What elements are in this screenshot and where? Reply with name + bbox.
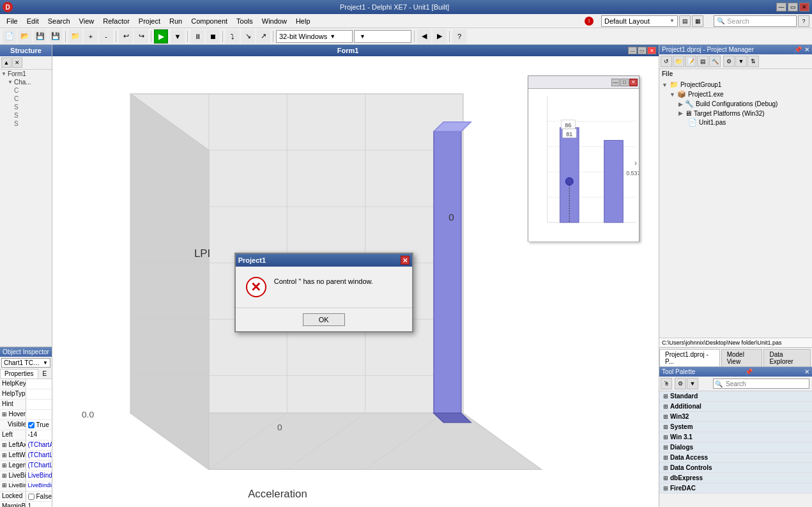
step-out-btn[interactable]: ↗ bbox=[256, 29, 270, 43]
tree-item-s3[interactable]: S bbox=[0, 120, 52, 128]
config-dropdown[interactable]: ▼ bbox=[354, 30, 411, 43]
tp-section-datacontrols-header[interactable]: Data Controls bbox=[659, 463, 812, 472]
help-btn[interactable]: ? bbox=[798, 15, 809, 27]
tp-section-firedac-header[interactable]: FireDAC bbox=[659, 483, 812, 493]
stop-btn[interactable]: ⏹ bbox=[206, 29, 220, 43]
tree-item-chart[interactable]: ▼ Cha... bbox=[0, 78, 52, 86]
remove-btn[interactable]: - bbox=[99, 29, 113, 43]
layout-btn1[interactable]: ▤ bbox=[679, 15, 691, 27]
pm-item-projectgroup[interactable]: ▼ 📁 ProjectGroup1 bbox=[661, 80, 811, 90]
pm-tab-model[interactable]: Model View bbox=[721, 349, 763, 366]
step-over-btn[interactable]: ⤵ bbox=[226, 29, 240, 43]
help2-btn[interactable]: ? bbox=[452, 29, 466, 43]
pause-btn[interactable]: ⏸ bbox=[190, 29, 204, 43]
tp-dropdown-btn[interactable]: ▼ bbox=[687, 378, 698, 389]
tree-item-s2[interactable]: S bbox=[0, 111, 52, 120]
pm-tab-data[interactable]: Data Explorer bbox=[763, 349, 811, 366]
toolbar2: 📄 📂 💾 💾 📁 + - ↩ ↪ ▶ ▼ ⏸ ⏹ ⤵ ↘ ↗ 32-bit W… bbox=[0, 28, 812, 45]
menu-help[interactable]: Help bbox=[292, 16, 314, 26]
forward-btn[interactable]: ▶ bbox=[433, 29, 447, 43]
pm-btn7[interactable]: ▼ bbox=[735, 56, 747, 67]
tool-palette: Tool Palette 📌 ✕ 🖱 ⚙ ▼ 🔍 Standard bbox=[659, 366, 812, 507]
menu-file[interactable]: File bbox=[3, 16, 22, 26]
menu-edit[interactable]: Edit bbox=[23, 16, 43, 26]
layout-btn2[interactable]: ▦ bbox=[692, 15, 703, 27]
tp-icon-btn2[interactable]: ⚙ bbox=[675, 378, 686, 389]
tp-section-dialogs-header[interactable]: Dialogs bbox=[659, 442, 812, 452]
tp-section-win32-header[interactable]: Win32 bbox=[659, 412, 812, 421]
tp-icon-btn1[interactable]: 🖱 bbox=[661, 378, 672, 389]
tp-section-system-header[interactable]: System bbox=[659, 422, 812, 432]
struct-btn1[interactable]: ▲ bbox=[1, 58, 11, 68]
tp-section-win31-header[interactable]: Win 3.1 bbox=[659, 432, 812, 442]
pm-btn1[interactable]: ↺ bbox=[661, 56, 672, 67]
pm-item-project1[interactable]: ▼ 📦 Project1.exe bbox=[661, 90, 811, 99]
redo-btn[interactable]: ↪ bbox=[134, 29, 148, 43]
tp-section-win32: Win32 bbox=[659, 412, 812, 422]
pm-btn6[interactable]: ⚙ bbox=[723, 56, 735, 67]
tp-close-btn[interactable]: ✕ bbox=[804, 368, 809, 375]
pm-item-buildconfig[interactable]: ▶ 🔧 Build Configurations (Debug) bbox=[661, 99, 811, 109]
menu-view[interactable]: View bbox=[75, 16, 98, 26]
tp-section-standard-header[interactable]: Standard bbox=[659, 391, 812, 401]
menu-refactor[interactable]: Refactor bbox=[99, 16, 134, 26]
main-search-box[interactable]: 🔍 Search bbox=[714, 15, 797, 27]
tp-search-icon: 🔍 bbox=[714, 380, 724, 387]
tp-section-dbexpress-header[interactable]: dbExpress bbox=[659, 473, 812, 483]
dialog-close-btn[interactable]: ✕ bbox=[401, 256, 410, 265]
pm-item-targetplatforms[interactable]: ▶ 🖥 Target Platforms (Win32) bbox=[661, 109, 811, 118]
obj-combo[interactable]: Chart1 TChar... ▼ bbox=[1, 358, 50, 368]
layout-dropdown[interactable]: Default Layout ▼ bbox=[601, 15, 678, 27]
open-btn[interactable]: 📂 bbox=[18, 29, 32, 43]
pm-btn4[interactable]: ▤ bbox=[697, 56, 709, 67]
tool-palette-search-input[interactable] bbox=[724, 379, 809, 388]
menu-search[interactable]: Search bbox=[44, 16, 74, 26]
pm-item-unit1[interactable]: 📄 Unit1.pas bbox=[661, 118, 811, 127]
dialog-footer: OK bbox=[236, 308, 412, 331]
tool-palette-header: Tool Palette 📌 ✕ bbox=[659, 367, 812, 377]
tree-item-c1[interactable]: C bbox=[0, 86, 52, 95]
pm-btn3[interactable]: 📝 bbox=[685, 56, 696, 67]
pm-btn8[interactable]: ⇅ bbox=[747, 56, 759, 67]
menu-window[interactable]: Window bbox=[258, 16, 291, 26]
new-btn[interactable]: 📄 bbox=[3, 29, 17, 43]
pm-btn5[interactable]: 🔨 bbox=[709, 56, 721, 67]
undo-btn[interactable]: ↩ bbox=[119, 29, 133, 43]
tp-section-additional-header[interactable]: Additional bbox=[659, 402, 812, 411]
maximize-button[interactable]: ▭ bbox=[788, 3, 798, 12]
update-icon[interactable]: ! bbox=[585, 17, 594, 26]
tp-section-additional: Additional bbox=[659, 402, 812, 412]
pm-tab-project[interactable]: Project1.dproj - P... bbox=[659, 349, 720, 366]
menu-run[interactable]: Run bbox=[165, 16, 186, 26]
bitness-dropdown[interactable]: 32-bit Windows ▼ bbox=[276, 30, 353, 43]
struct-btn2[interactable]: ✕ bbox=[12, 58, 22, 68]
tp-section-dialogs: Dialogs bbox=[659, 442, 812, 453]
open-proj-btn[interactable]: 📁 bbox=[68, 29, 82, 43]
save-btn[interactable]: 💾 bbox=[33, 29, 47, 43]
tab-properties[interactable]: Properties bbox=[0, 369, 38, 378]
title-bar: D Project1 - Delphi XE7 - Unit1 [Built] … bbox=[0, 0, 812, 14]
tree-item-s1[interactable]: S bbox=[0, 103, 52, 111]
save-all-btn[interactable]: 💾 bbox=[49, 29, 63, 43]
minimize-button[interactable]: — bbox=[776, 3, 786, 12]
tree-item-c2[interactable]: C bbox=[0, 95, 52, 103]
close-button[interactable]: ✕ bbox=[799, 3, 809, 12]
menu-component[interactable]: Component bbox=[187, 16, 231, 26]
ok-button[interactable]: OK bbox=[303, 313, 345, 326]
tp-pin-btn[interactable]: 📌 bbox=[745, 368, 753, 375]
step-into-btn[interactable]: ↘ bbox=[241, 29, 255, 43]
back-btn[interactable]: ◀ bbox=[417, 29, 431, 43]
menu-tools[interactable]: Tools bbox=[233, 16, 257, 26]
run-button[interactable]: ▶ bbox=[154, 29, 168, 43]
window-title: Project1 - Delphi XE7 - Unit1 [Built] bbox=[13, 3, 776, 11]
pm-close-btn[interactable]: ✕ bbox=[804, 46, 809, 53]
dialog-overlay: Project1 ✕ ✕ Control '' has no parent wi… bbox=[52, 45, 659, 507]
menu-project[interactable]: Project bbox=[135, 16, 164, 26]
tp-section-dataaccess-header[interactable]: Data Access bbox=[659, 453, 812, 462]
tree-item-form1[interactable]: ▼ Form1 bbox=[0, 70, 52, 78]
tab-events[interactable]: E bbox=[38, 369, 52, 378]
pm-pin-btn[interactable]: 📌 bbox=[794, 46, 802, 53]
run-dropdown[interactable]: ▼ bbox=[171, 29, 185, 43]
pm-btn2[interactable]: 📁 bbox=[673, 56, 684, 67]
add-btn[interactable]: + bbox=[84, 29, 98, 43]
